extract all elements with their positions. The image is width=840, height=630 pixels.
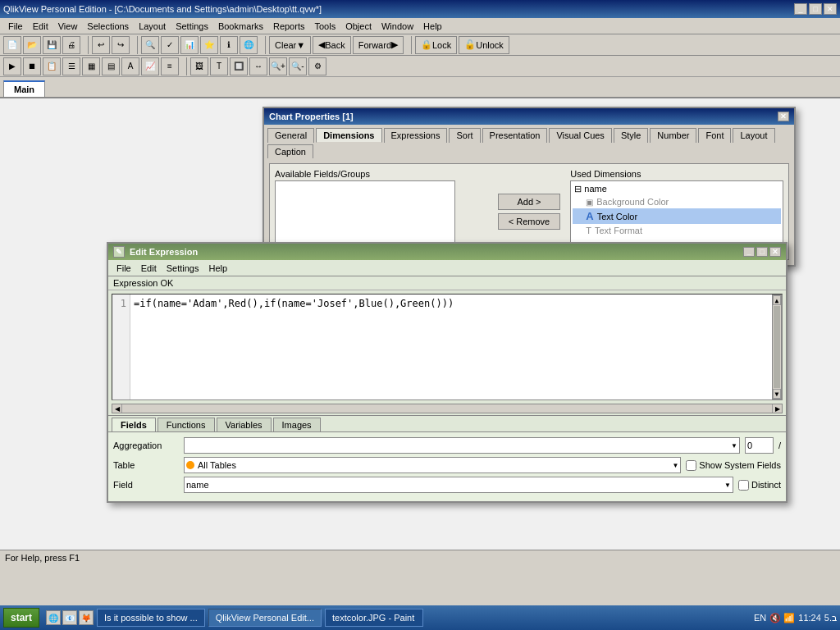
hscroll-track[interactable] <box>122 404 772 413</box>
dtab-expressions[interactable]: Expressions <box>384 128 448 143</box>
minimize-button[interactable]: _ <box>794 3 807 15</box>
scroll-up[interactable]: ▲ <box>773 295 781 305</box>
chart-button[interactable]: 📊 <box>180 36 199 54</box>
close-button[interactable]: ✕ <box>824 3 837 15</box>
dtab-sort[interactable]: Sort <box>449 128 480 143</box>
scroll-right[interactable]: ▶ <box>772 404 782 413</box>
tb2-btn6[interactable]: ▤ <box>102 57 120 75</box>
btab-variables[interactable]: Variables <box>217 418 272 431</box>
menu-settings[interactable]: Settings <box>171 20 213 33</box>
check-button[interactable]: ✓ <box>161 36 179 54</box>
tb2-btn13[interactable]: ↔ <box>249 57 267 75</box>
distinct-check[interactable]: Distinct <box>738 480 781 491</box>
code-content[interactable]: =if(name='Adam',Red(),if(name='Josef',Bl… <box>130 294 772 399</box>
tree-root-name[interactable]: ⊟ name <box>573 183 781 195</box>
menu-object[interactable]: Object <box>340 20 377 33</box>
chart-dialog-close[interactable]: ✕ <box>778 112 789 121</box>
scroll-left[interactable]: ◀ <box>112 404 122 413</box>
dtab-style[interactable]: Style <box>614 128 648 143</box>
dtab-dimensions[interactable]: Dimensions <box>316 128 381 143</box>
tb2-btn1[interactable]: ▶ <box>3 57 21 75</box>
star-button[interactable]: ⭐ <box>200 36 218 54</box>
new-button[interactable]: 📄 <box>3 36 21 54</box>
menu-help[interactable]: Help <box>418 20 447 33</box>
undo-button[interactable]: ↩ <box>92 36 110 54</box>
aggregation-select[interactable]: ▼ <box>184 437 740 454</box>
dtab-general[interactable]: General <box>267 128 314 143</box>
chart-dialog-title[interactable]: Chart Properties [1] ✕ <box>264 108 794 125</box>
taskbar-item-3[interactable]: textcolor.JPG - Paint <box>325 609 423 627</box>
tree-child-textcolor[interactable]: A Text Color <box>573 208 781 224</box>
expression-editor[interactable]: 1 =if(name='Adam',Red(),if(name='Josef',… <box>112 294 783 400</box>
menu-tools[interactable]: Tools <box>309 20 340 33</box>
dtab-number[interactable]: Number <box>650 128 696 143</box>
tb2-btn3[interactable]: 📋 <box>43 57 61 75</box>
btab-fields[interactable]: Fields <box>112 418 156 431</box>
redo-button[interactable]: ↪ <box>112 36 130 54</box>
tb2-btn8[interactable]: 📈 <box>141 57 159 75</box>
maximize-button[interactable]: □ <box>809 3 822 15</box>
search-button[interactable]: 🔍 <box>141 36 159 54</box>
edit-expr-minimize[interactable]: _ <box>743 247 755 257</box>
dtab-layout[interactable]: Layout <box>733 128 774 143</box>
unlock-button[interactable]: 🔓 Unlock <box>459 36 509 54</box>
tb2-btn16[interactable]: ⚙ <box>308 57 326 75</box>
field-select[interactable]: name ▼ <box>184 477 733 493</box>
scroll-thumb[interactable] <box>774 306 780 388</box>
tb2-btn9[interactable]: ≡ <box>161 57 179 75</box>
tree-child-textformat[interactable]: T Text Format <box>573 224 781 237</box>
tb2-btn14[interactable]: 🔍+ <box>269 57 287 75</box>
tb2-btn4[interactable]: ☰ <box>62 57 80 75</box>
menu-edit[interactable]: Edit <box>28 20 53 33</box>
editor-scrollbar[interactable]: ▲ ▼ <box>772 294 782 399</box>
ql-btn3[interactable]: 🦊 <box>79 610 94 625</box>
dtab-caption[interactable]: Caption <box>267 144 313 158</box>
expr-menu-file[interactable]: File <box>112 262 136 275</box>
btab-images[interactable]: Images <box>273 418 321 431</box>
dtab-presentation[interactable]: Presentation <box>482 128 548 143</box>
scroll-down[interactable]: ▼ <box>773 389 781 399</box>
print-button[interactable]: 🖨 <box>62 36 80 54</box>
tb2-btn12[interactable]: 🔲 <box>230 57 248 75</box>
ql-btn1[interactable]: 🌐 <box>46 610 61 625</box>
tb2-btn2[interactable]: ⏹ <box>23 57 41 75</box>
edit-expr-maximize[interactable]: □ <box>756 247 768 257</box>
menu-reports[interactable]: Reports <box>268 20 310 33</box>
web-button[interactable]: 🌐 <box>240 36 258 54</box>
tb2-btn11[interactable]: T <box>210 57 228 75</box>
show-system-checkbox[interactable] <box>686 460 696 471</box>
show-system-check[interactable]: Show System Fields <box>686 460 781 471</box>
edit-expr-title-bar[interactable]: ✎ Edit Expression _ □ ✕ <box>108 244 786 260</box>
btab-functions[interactable]: Functions <box>158 418 215 431</box>
start-button[interactable]: start <box>3 608 39 628</box>
edit-expr-close[interactable]: ✕ <box>769 247 781 257</box>
aggregation-num[interactable] <box>745 437 774 454</box>
menu-selections[interactable]: Selections <box>82 20 134 33</box>
dtab-font[interactable]: Font <box>698 128 731 143</box>
open-button[interactable]: 📂 <box>23 36 41 54</box>
expr-menu-edit[interactable]: Edit <box>136 262 162 275</box>
table-select[interactable]: All Tables ▼ <box>184 457 681 473</box>
back-button[interactable]: ◀ Back <box>313 36 350 54</box>
menu-window[interactable]: Window <box>377 20 418 33</box>
dtab-visual-cues[interactable]: Visual Cues <box>549 128 612 143</box>
tb2-btn15[interactable]: 🔍- <box>289 57 307 75</box>
tb2-btn7[interactable]: A <box>121 57 139 75</box>
menu-bookmarks[interactable]: Bookmarks <box>213 20 268 33</box>
distinct-checkbox[interactable] <box>738 480 749 491</box>
tab-main[interactable]: Main <box>3 80 45 97</box>
ql-btn2[interactable]: 📧 <box>62 610 77 625</box>
menu-layout[interactable]: Layout <box>134 20 171 33</box>
menu-file[interactable]: File <box>3 20 28 33</box>
taskbar-item-2[interactable]: QlikView Personal Edit... <box>208 609 322 627</box>
tree-child-bgcolor[interactable]: ▣ Background Color <box>573 195 781 208</box>
expr-menu-help[interactable]: Help <box>203 262 232 275</box>
forward-button[interactable]: Forward ▶ <box>353 36 404 54</box>
horizontal-scrollbar[interactable]: ◀ ▶ <box>112 404 783 413</box>
info-button[interactable]: ℹ <box>220 36 238 54</box>
clear-button[interactable]: Clear ▼ <box>269 36 311 54</box>
lock-button[interactable]: 🔒 Lock <box>415 36 457 54</box>
expr-menu-settings[interactable]: Settings <box>162 262 204 275</box>
taskbar-item-1[interactable]: Is it possible to show ... <box>97 609 205 627</box>
tb2-btn5[interactable]: ▦ <box>82 57 100 75</box>
